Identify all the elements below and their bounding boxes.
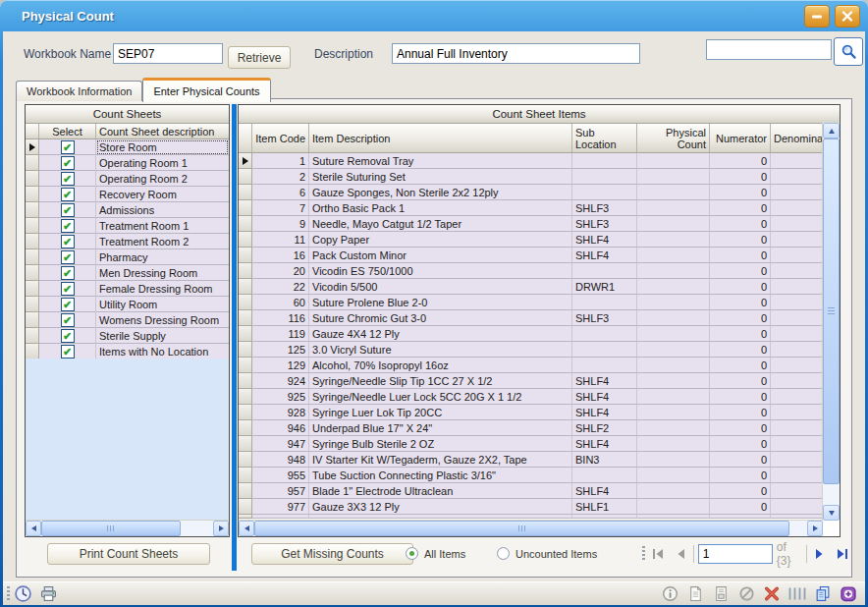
count-sheet-row[interactable]: ✔Men Dressing Room: [26, 265, 229, 281]
denominator-cell[interactable]: [771, 373, 823, 389]
physical-count-cell[interactable]: [637, 326, 710, 342]
numerator-cell[interactable]: 0: [710, 358, 771, 373]
numerator-cell[interactable]: 0: [710, 248, 771, 263]
count-sheet-items-hscrollbar[interactable]: [239, 520, 823, 536]
numerator-cell[interactable]: 0: [710, 326, 771, 342]
row-selector-cell[interactable]: [239, 483, 252, 499]
sub-location-cell[interactable]: [572, 153, 637, 169]
count-sheet-row[interactable]: ✔Utility Room: [26, 297, 229, 312]
physical-count-cell[interactable]: [637, 200, 710, 216]
sub-location-cell[interactable]: SHLF4: [572, 248, 637, 263]
document-icon[interactable]: [685, 585, 705, 603]
physical-count-cell[interactable]: [637, 279, 710, 295]
previous-page-button[interactable]: [671, 545, 689, 563]
sub-location-cell[interactable]: SHLF3: [572, 216, 637, 232]
sheet-description-cell[interactable]: Sterile Supply: [96, 328, 229, 344]
denominator-cell[interactable]: [771, 499, 823, 515]
select-column-header[interactable]: Select: [39, 124, 96, 138]
sub-location-cell[interactable]: [572, 263, 637, 279]
sub-location-cell[interactable]: [572, 185, 637, 200]
numerator-cell[interactable]: 0: [710, 169, 771, 185]
sub-location-header[interactable]: Sub Location: [572, 124, 637, 152]
count-sheet-item-row[interactable]: 116Suture Chromic Gut 3-0SHLF30: [239, 310, 823, 326]
row-selector-cell[interactable]: [26, 344, 39, 359]
count-sheet-item-row[interactable]: 946Underpad Blue 17" X 24"SHLF20: [239, 420, 823, 436]
numerator-cell[interactable]: 0: [710, 153, 771, 169]
item-code-cell[interactable]: 925: [252, 389, 309, 405]
sheet-description-cell[interactable]: Men Dressing Room: [96, 265, 229, 281]
numerator-cell[interactable]: 0: [710, 452, 771, 468]
select-cell[interactable]: ✔: [39, 155, 96, 171]
numerator-cell[interactable]: 0: [710, 468, 771, 483]
physical-count-cell[interactable]: [637, 483, 710, 499]
sheet-description-cell[interactable]: Operating Room 1: [96, 155, 229, 171]
row-selector-cell[interactable]: [239, 452, 252, 468]
count-sheet-item-row[interactable]: 957Blade 1" Electrode UltracleanSHLF40: [239, 483, 823, 499]
sheet-description-cell[interactable]: Female Dressing Room: [96, 281, 229, 297]
count-sheet-item-row[interactable]: 955Tube Suction Connecting Plastic 3/16"…: [239, 468, 823, 483]
block-icon[interactable]: [736, 585, 756, 603]
denominator-header[interactable]: Denominator: [771, 124, 823, 152]
physical-count-cell[interactable]: [637, 452, 710, 468]
denominator-cell[interactable]: [771, 279, 823, 295]
select-checkbox[interactable]: ✔: [61, 345, 75, 359]
sub-location-cell[interactable]: SHLF4: [572, 232, 637, 248]
row-selector-cell[interactable]: [26, 312, 39, 328]
row-selector-cell[interactable]: [239, 358, 252, 373]
denominator-cell[interactable]: [771, 295, 823, 310]
numerator-cell[interactable]: 0: [710, 483, 771, 499]
close-button[interactable]: [835, 5, 860, 28]
row-selector-cell[interactable]: [239, 216, 252, 232]
item-description-cell[interactable]: Suture Prolene Blue 2-0: [309, 295, 572, 310]
count-sheet-item-row[interactable]: 977Gauze 3X3 12 PlySHLF10: [239, 499, 823, 515]
item-code-cell[interactable]: 957: [252, 483, 309, 499]
item-code-cell[interactable]: 20: [252, 263, 309, 279]
search-button[interactable]: [834, 37, 863, 66]
row-selector-cell[interactable]: [239, 326, 252, 342]
denominator-cell[interactable]: [771, 436, 823, 452]
scroll-right-button[interactable]: [213, 521, 229, 536]
numerator-cell[interactable]: 0: [710, 405, 771, 420]
tab-workbook-information[interactable]: Workbook Information: [16, 81, 142, 101]
denominator-cell[interactable]: [771, 483, 823, 499]
select-checkbox[interactable]: ✔: [61, 203, 75, 217]
physical-count-cell[interactable]: [637, 436, 710, 452]
count-sheet-item-row[interactable]: 7Ortho Basic Pack 1SHLF30: [239, 200, 823, 216]
page-number-input[interactable]: [698, 544, 773, 564]
item-description-cell[interactable]: Syringe/Needle Luer Lock 5CC 20G X 1 1/2: [309, 389, 572, 405]
row-selector-cell[interactable]: [26, 328, 39, 344]
numerator-cell[interactable]: 0: [710, 389, 771, 405]
uncounted-items-radio[interactable]: [497, 547, 510, 560]
item-code-cell[interactable]: 11: [252, 232, 309, 248]
sub-location-cell[interactable]: SHLF4: [572, 389, 637, 405]
numerator-cell[interactable]: 0: [710, 295, 771, 310]
count-sheet-row[interactable]: ✔Store Room: [26, 139, 229, 155]
count-sheet-row[interactable]: ✔Treatment Room 1: [26, 218, 229, 234]
sheet-description-cell[interactable]: Recovery Room: [96, 187, 229, 202]
row-selector-cell[interactable]: [26, 139, 39, 155]
select-cell[interactable]: ✔: [39, 265, 96, 281]
hscroll-thumb[interactable]: [254, 521, 789, 536]
select-cell[interactable]: ✔: [39, 171, 96, 187]
sub-location-cell[interactable]: BIN3: [572, 452, 637, 468]
sheet-description-cell[interactable]: Items with No Location: [96, 344, 229, 359]
select-checkbox[interactable]: ✔: [61, 282, 75, 296]
physical-count-cell[interactable]: [637, 420, 710, 436]
sheet-description-cell[interactable]: Operating Room 2: [96, 171, 229, 187]
workbook-name-input[interactable]: [113, 43, 223, 64]
count-sheet-item-row[interactable]: 925Syringe/Needle Luer Lock 5CC 20G X 1 …: [239, 389, 823, 405]
item-description-cell[interactable]: Syringe Luer Lok Tip 20CC: [309, 405, 572, 420]
physical-count-cell[interactable]: [637, 169, 710, 185]
get-missing-counts-button[interactable]: Get Missing Counts: [251, 543, 413, 565]
denominator-cell[interactable]: [771, 358, 823, 373]
row-selector-cell[interactable]: [239, 389, 252, 405]
sub-location-cell[interactable]: [572, 468, 637, 483]
select-checkbox[interactable]: ✔: [61, 250, 75, 264]
item-code-cell[interactable]: 2: [252, 169, 309, 185]
numerator-cell[interactable]: 0: [710, 185, 771, 200]
item-description-cell[interactable]: Suture Chromic Gut 3-0: [309, 310, 572, 326]
row-selector-cell[interactable]: [239, 373, 252, 389]
select-cell[interactable]: ✔: [39, 328, 96, 344]
row-selector-cell[interactable]: [239, 468, 252, 483]
physical-count-cell[interactable]: [637, 232, 710, 248]
